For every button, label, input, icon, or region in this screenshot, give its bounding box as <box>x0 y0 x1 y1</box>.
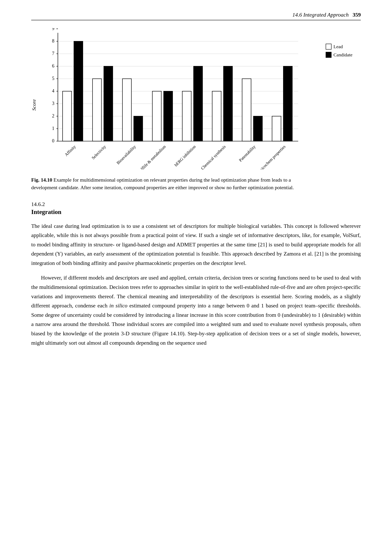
bar-bioavailability-candidate <box>134 116 143 141</box>
legend-candidate-label: Candidate <box>333 52 352 57</box>
figure-label: Fig. 14.10 <box>31 177 52 183</box>
bar-chemsyn-candidate <box>224 66 232 141</box>
svg-text:Bioavailability: Bioavailability <box>116 144 137 165</box>
bar-halflife-lead <box>152 91 161 141</box>
svg-text:Affinity: Affinity <box>64 144 77 157</box>
chart-area: 0 1 2 3 4 5 6 7 8 9 <box>39 28 322 170</box>
page-header: 14.6 Integrated Approach 359 <box>31 12 361 20</box>
bar-patentability-lead <box>242 79 251 141</box>
section-number: 14.6.2 <box>31 201 361 207</box>
y-axis-label: Score <box>31 88 37 111</box>
legend-lead-box <box>326 44 331 49</box>
chart-container: Score 0 1 2 3 4 5 <box>31 28 361 170</box>
svg-text:Physicochem properties: Physicochem properties <box>254 144 287 169</box>
paragraph-2: However, if different models and descrip… <box>31 273 361 347</box>
svg-text:0: 0 <box>52 138 54 143</box>
svg-text:2: 2 <box>52 113 54 118</box>
svg-text:9: 9 <box>52 28 54 31</box>
paragraph-1: The ideal case during lead optimization … <box>31 221 361 268</box>
svg-text:6: 6 <box>52 63 54 69</box>
svg-text:4: 4 <box>52 88 54 93</box>
legend-lead-label: Lead <box>333 44 343 49</box>
bar-halflife-candidate <box>164 91 173 141</box>
bar-affinity-candidate <box>74 41 83 141</box>
legend-lead: Lead <box>326 44 361 49</box>
bar-affinity-lead <box>63 91 72 141</box>
svg-text:7: 7 <box>52 51 54 56</box>
svg-text:1: 1 <box>52 126 54 131</box>
section-header-text: 14.6 Integrated Approach <box>292 12 349 18</box>
bar-bioavailability-lead <box>122 79 131 141</box>
bar-chemsyn-lead <box>212 91 221 141</box>
section-title: Integration <box>31 208 361 215</box>
chart-legend: Lead Candidate <box>322 28 361 58</box>
bar-physicochem-lead <box>272 116 281 141</box>
figure-caption: Fig. 14.10 Example for multidimensional … <box>31 176 304 191</box>
bar-patentability-candidate <box>253 116 262 141</box>
legend-candidate-box <box>326 52 331 58</box>
bar-chart: 0 1 2 3 4 5 6 7 8 9 <box>39 28 322 170</box>
svg-text:5: 5 <box>52 76 54 81</box>
svg-text:Patentability: Patentability <box>238 144 257 163</box>
svg-text:3: 3 <box>52 101 54 106</box>
bar-selectivity-candidate <box>104 66 113 141</box>
legend-candidate: Candidate <box>326 52 361 58</box>
svg-text:hERG inhibition: hERG inhibition <box>174 144 197 167</box>
svg-text:Selectivity: Selectivity <box>91 144 107 160</box>
svg-text:8: 8 <box>52 38 54 43</box>
bar-selectivity-lead <box>92 79 101 141</box>
bar-herg-lead <box>182 91 191 141</box>
svg-text:Chemical synthesis: Chemical synthesis <box>200 144 227 169</box>
bar-herg-candidate <box>194 66 203 141</box>
figure-caption-text: Example for multidimensional optimizatio… <box>31 177 294 190</box>
bar-physicochem-candidate <box>283 66 292 141</box>
svg-text:Halflife & metabolism: Halflife & metabolism <box>136 144 167 169</box>
page-number: 359 <box>353 12 361 18</box>
